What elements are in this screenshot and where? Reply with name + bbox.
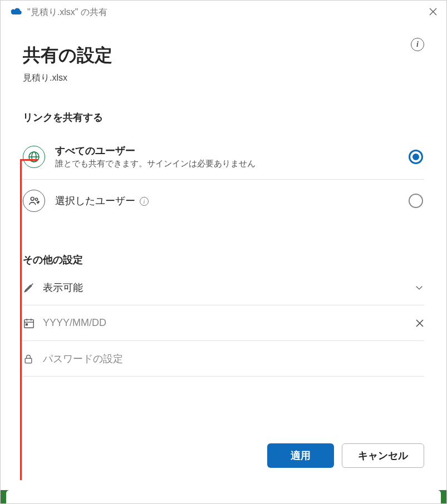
titlebar-text: "見積り.xlsx" の共有 <box>27 7 107 18</box>
date-input-row[interactable]: YYYY/MM/DD <box>23 305 424 341</box>
share-settings-dialog: "見積り.xlsx" の共有 i 共有の設定 見積り.xlsx リンクを共有する… <box>0 0 447 504</box>
section-other-settings: その他の設定 <box>23 253 424 266</box>
lock-icon <box>23 353 43 365</box>
svg-point-4 <box>35 198 37 200</box>
clear-date-button[interactable] <box>407 319 424 328</box>
section-share-link: リンクを共有する <box>23 111 424 124</box>
option-selected-users[interactable]: 選択したユーザー i <box>23 180 424 222</box>
option-all-users-title: すべてのユーザー <box>55 144 409 157</box>
titlebar: "見積り.xlsx" の共有 <box>1 1 446 21</box>
permission-select[interactable]: 表示可能 <box>23 270 424 305</box>
apply-button[interactable]: 適用 <box>267 443 334 468</box>
info-icon[interactable]: i <box>140 197 149 206</box>
annotation-line <box>20 160 22 480</box>
password-input-row[interactable]: パスワードの設定 <box>23 341 424 377</box>
dialog-footer: 適用 キャンセル <box>267 443 424 468</box>
info-button[interactable]: i <box>411 38 424 51</box>
radio-unselected-icon <box>409 194 423 208</box>
svg-rect-12 <box>26 323 28 325</box>
option-all-users[interactable]: すべてのユーザー 誰とでも共有できます。サインインは必要ありません <box>23 134 424 180</box>
radio-selected-icon <box>409 150 423 164</box>
option-all-users-desc: 誰とでも共有できます。サインインは必要ありません <box>55 159 409 169</box>
password-placeholder: パスワードの設定 <box>43 352 424 365</box>
svg-point-3 <box>31 197 34 200</box>
cancel-button[interactable]: キャンセル <box>342 443 424 468</box>
svg-rect-13 <box>25 358 32 363</box>
onedrive-icon <box>9 7 23 18</box>
option-selected-users-title: 選択したユーザー <box>55 194 135 207</box>
close-button[interactable] <box>429 6 438 19</box>
bottom-bar <box>1 490 446 503</box>
date-placeholder: YYYY/MM/DD <box>43 317 407 329</box>
permission-label: 表示可能 <box>43 281 407 294</box>
svg-line-7 <box>24 283 33 292</box>
no-edit-icon <box>23 281 43 294</box>
chevron-down-icon <box>407 283 424 293</box>
globe-icon <box>23 146 45 168</box>
people-icon <box>23 190 45 212</box>
calendar-icon <box>23 317 43 329</box>
filename-label: 見積り.xlsx <box>23 72 424 84</box>
dialog-title: 共有の設定 <box>23 43 424 68</box>
content-area: i 共有の設定 見積り.xlsx リンクを共有する すべてのユーザー 誰とでも共… <box>1 21 446 377</box>
